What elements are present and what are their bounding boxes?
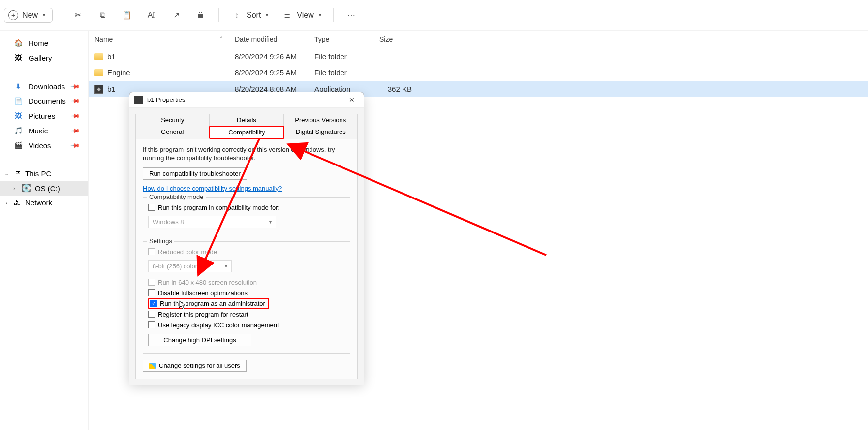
nav-home[interactable]: 🏠Home (0, 35, 88, 50)
nav-network[interactable]: ›🖧Network (0, 196, 88, 210)
file-type: File folder (309, 52, 373, 61)
tab-previous-versions[interactable]: Previous Versions (284, 114, 358, 126)
tab-details[interactable]: Details (210, 114, 283, 126)
shield-icon (149, 363, 156, 369)
file-name: b1 (107, 52, 116, 61)
sort-indicator-icon: ˄ (220, 36, 223, 42)
separator (60, 8, 60, 22)
checkbox-label: Run this program as an administrator (160, 300, 265, 307)
tab-general[interactable]: General (135, 126, 209, 139)
disable-fullscreen-checkbox[interactable]: Disable fullscreen optimizations (148, 288, 345, 298)
more-button[interactable]: ⋯ (341, 7, 362, 23)
nav-label: Videos (29, 141, 51, 150)
table-row[interactable]: b18/20/2024 9:26 AMFile folder (89, 48, 868, 65)
file-date: 8/20/2024 9:26 AM (229, 52, 309, 61)
pin-icon: 📌 (70, 140, 81, 151)
checkbox-label: Register this program for restart (158, 311, 248, 318)
nav-pictures[interactable]: 🖼Pictures📌 (0, 108, 88, 123)
select-value: Windows 8 (153, 218, 184, 226)
properties-dialog: b1 Properties ✕ Security Details Previou… (129, 92, 364, 382)
run-as-admin-checkbox[interactable]: ✓ Run this program as an administrator (150, 300, 265, 307)
compatibility-mode-group: Compatibility mode Run this program in c… (143, 197, 350, 235)
compat-mode-checkbox[interactable]: Run this program in compatibility mode f… (148, 202, 345, 213)
nav-label: This PC (25, 169, 51, 178)
collapse-icon[interactable]: ⌄ (3, 170, 10, 177)
dialog-title: b1 Properties (147, 96, 185, 103)
view-button[interactable]: ≣ View ▾ (276, 7, 326, 23)
expand-icon[interactable]: › (11, 185, 18, 191)
paste-icon: 📋 (121, 10, 133, 20)
checkbox-icon (148, 279, 155, 286)
nav-gallery[interactable]: 🖼Gallery (0, 50, 88, 65)
folder-icon (94, 69, 103, 76)
col-name[interactable]: Name˄ (89, 35, 229, 43)
table-row[interactable]: Engine8/20/2024 9:25 AMFile folder (89, 65, 868, 81)
tab-compatibility[interactable]: Compatibility (209, 126, 284, 139)
pictures-icon: 🖼 (14, 111, 23, 120)
checkbox-icon (148, 311, 155, 318)
run-as-admin-highlight: ✓ Run this program as an administrator (148, 298, 269, 309)
sort-label: Sort (247, 11, 261, 20)
help-link[interactable]: How do I choose compatibility settings m… (143, 185, 282, 192)
col-size[interactable]: Size (373, 35, 418, 43)
documents-icon: 📄 (14, 97, 23, 105)
file-name: Engine (107, 68, 130, 77)
pin-icon: 📌 (70, 126, 81, 136)
col-label: Name (94, 35, 113, 43)
checkbox-label: Reduced color mode (158, 248, 217, 256)
chevron-down-icon: ▾ (269, 219, 272, 225)
nav-documents[interactable]: 📄Documents📌 (0, 94, 88, 108)
checkbox-label: Disable fullscreen optimizations (158, 289, 248, 297)
compat-mode-select[interactable]: Windows 8 ▾ (148, 216, 276, 228)
downloads-icon: ⬇ (14, 82, 23, 91)
nav-os-c[interactable]: ›💽OS (C:) (0, 181, 88, 196)
cut-button[interactable]: ✂ (67, 7, 89, 23)
sort-button[interactable]: ↕ Sort ▾ (226, 8, 273, 23)
checkbox-icon (148, 289, 155, 296)
file-type: File folder (309, 68, 373, 77)
change-all-users-button[interactable]: Change settings for all users (143, 360, 247, 372)
close-button[interactable]: ✕ (345, 94, 359, 106)
nav-music[interactable]: 🎵Music📌 (0, 123, 88, 138)
copy-button[interactable]: ⧉ (92, 8, 113, 23)
folder-icon (94, 53, 103, 60)
videos-icon: 🎬 (14, 141, 23, 150)
run-troubleshooter-button[interactable]: Run compatibility troubleshooter (143, 167, 247, 180)
chevron-down-icon: ▾ (319, 12, 321, 18)
rename-button[interactable]: Aͦ (141, 8, 162, 23)
legacy-icc-checkbox[interactable]: Use legacy display ICC color management (148, 320, 345, 330)
button-label: Change settings for all users (159, 362, 240, 369)
nav-pane: 🏠Home 🖼Gallery ⬇Downloads📌 📄Documents📌 🖼… (0, 31, 89, 430)
nav-label: Home (29, 39, 48, 47)
chevron-down-icon: ▾ (266, 12, 268, 18)
tab-digital-signatures[interactable]: Digital Signatures (284, 126, 358, 139)
nav-label: Network (25, 198, 52, 207)
group-title: Compatibility mode (147, 193, 206, 200)
share-button[interactable]: ↗ (165, 7, 187, 23)
group-title: Settings (147, 237, 174, 245)
register-restart-checkbox[interactable]: Register this program for restart (148, 309, 345, 320)
chevron-down-icon: ▾ (225, 264, 227, 269)
change-dpi-button[interactable]: Change high DPI settings (148, 334, 251, 346)
paste-button[interactable]: 📋 (116, 7, 138, 23)
checkbox-icon: ✓ (150, 300, 157, 307)
col-type[interactable]: Type (309, 35, 373, 43)
nav-downloads[interactable]: ⬇Downloads📌 (0, 79, 88, 94)
col-date[interactable]: Date modified (229, 35, 309, 43)
tab-security[interactable]: Security (135, 114, 210, 126)
pc-icon: 🖥 (14, 169, 21, 178)
pin-icon: 📌 (70, 81, 81, 92)
delete-icon: 🗑 (195, 11, 207, 20)
delete-button[interactable]: 🗑 (190, 8, 212, 23)
nav-label: Downloads (29, 82, 65, 91)
dialog-titlebar[interactable]: b1 Properties ✕ (129, 92, 364, 108)
nav-label: Documents (29, 97, 66, 105)
column-headers: Name˄ Date modified Type Size (89, 31, 868, 48)
file-name: b1 (107, 85, 116, 93)
nav-this-pc[interactable]: ⌄🖥This PC (0, 166, 88, 181)
nav-videos[interactable]: 🎬Videos📌 (0, 138, 88, 153)
new-button[interactable]: + New ▾ (4, 8, 53, 23)
expand-icon[interactable]: › (3, 200, 10, 206)
tab-content: If this program isn't working correctly … (135, 139, 358, 379)
file-size: 362 KB (373, 85, 418, 93)
